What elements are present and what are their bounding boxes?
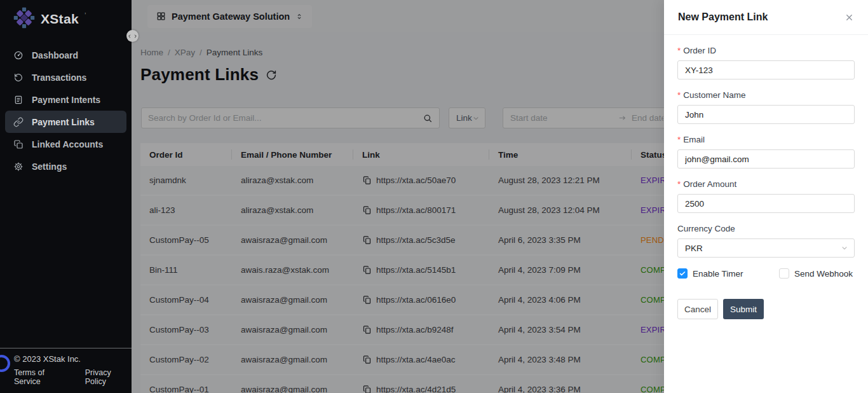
form-field-email: *Email [677, 135, 855, 169]
email-input[interactable] [677, 149, 855, 169]
terms-of-service-link[interactable]: Terms of Service [14, 368, 70, 386]
chevron-down-icon [841, 244, 848, 252]
privacy-policy-link[interactable]: Privacy Policy [85, 368, 132, 386]
sidebar-item-label: Payment Intents [32, 95, 100, 105]
dashboard-icon [13, 50, 24, 60]
sidebar-item-label: Linked Accounts [32, 139, 103, 149]
checkbox-box [677, 268, 688, 279]
sidebar-item-dashboard[interactable]: Dashboard [5, 44, 126, 66]
sidebar-item-payment-links[interactable]: Payment Links [5, 111, 126, 133]
sidebar-nav: DashboardTransactionsPayment IntentsPaym… [0, 44, 132, 177]
field-label-text: Customer Name [683, 90, 745, 100]
sidebar-footer: © 2023 XStak Inc. Terms of ServicePrivac… [0, 348, 132, 393]
sidebar-item-transactions[interactable]: Transactions [5, 66, 126, 88]
sidebar-collapse-handle[interactable] [126, 30, 139, 42]
order-amount-input[interactable] [677, 194, 855, 213]
logo-text: XStak [41, 11, 79, 27]
field-label: *Order Amount [677, 179, 855, 189]
sidebar: XStak ’ DashboardTransactionsPayment Int… [0, 0, 132, 393]
logo-trademark-mark: ’ [85, 11, 86, 19]
sidebar-item-linked-accounts[interactable]: Linked Accounts [5, 133, 126, 155]
close-icon[interactable] [844, 13, 854, 22]
checkbox-label: Send Webhook [794, 269, 853, 279]
checkbox-box [779, 268, 789, 279]
field-label: *Order ID [677, 46, 855, 55]
customer-name-input[interactable] [677, 105, 855, 124]
field-label: *Customer Name [677, 90, 855, 100]
field-label-text: Order ID [683, 46, 716, 55]
sidebar-item-payment-intents[interactable]: Payment Intents [5, 88, 126, 111]
field-label: Currency Code [677, 224, 855, 233]
settings-icon [13, 162, 24, 172]
field-label-text: Email [683, 135, 705, 144]
checkbox-label: Enable Timer [693, 269, 743, 279]
footer-links: Terms of ServicePrivacy Policy [14, 368, 132, 386]
sidebar-item-label: Transactions [32, 72, 86, 83]
checkbox-row: Enable TimerSend Webhook [677, 268, 855, 279]
form-field-order-id: *Order ID [677, 46, 855, 79]
enable-timer-checkbox[interactable]: Enable Timer [677, 268, 743, 279]
linked-accounts-icon [13, 139, 24, 149]
form-field-order-amount: *Order Amount [677, 179, 855, 213]
new-payment-link-drawer: New Payment Link *Order ID*Customer Name… [664, 0, 868, 393]
sidebar-item-label: Dashboard [32, 50, 78, 60]
payment-links-icon [13, 117, 24, 127]
form-field-customer-name: *Customer Name [677, 90, 855, 124]
sidebar-item-label: Settings [32, 162, 67, 172]
xstak-logo-icon [13, 7, 35, 31]
cancel-button[interactable]: Cancel [677, 299, 718, 319]
required-asterisk: * [677, 179, 681, 189]
xstak-logo: XStak ’ [0, 0, 132, 38]
payment-intents-icon [13, 95, 24, 105]
required-asterisk: * [677, 90, 681, 100]
sidebar-item-label: Payment Links [32, 117, 95, 127]
field-label-text: Currency Code [677, 224, 735, 233]
form-field-currency-code: Currency CodePKR [677, 224, 855, 258]
sidebar-item-settings[interactable]: Settings [5, 155, 126, 177]
drawer-body: *Order ID*Customer Name*Email*Order Amou… [664, 35, 868, 319]
send-webhook-checkbox[interactable]: Send Webhook [779, 268, 853, 279]
drawer-header: New Payment Link [664, 0, 868, 35]
transactions-icon [13, 72, 24, 83]
submit-button[interactable]: Submit [723, 299, 764, 319]
field-label-text: Order Amount [683, 179, 736, 189]
required-asterisk: * [677, 46, 681, 55]
drawer-title: New Payment Link [678, 11, 768, 23]
copyright-text: © 2023 XStak Inc. [14, 354, 132, 364]
field-label: *Email [677, 135, 855, 144]
required-asterisk: * [677, 135, 681, 144]
drawer-actions: Cancel Submit [677, 299, 855, 319]
order-id-input[interactable] [677, 60, 855, 79]
currency-code-select[interactable]: PKR [677, 238, 855, 258]
select-value: PKR [685, 244, 703, 253]
